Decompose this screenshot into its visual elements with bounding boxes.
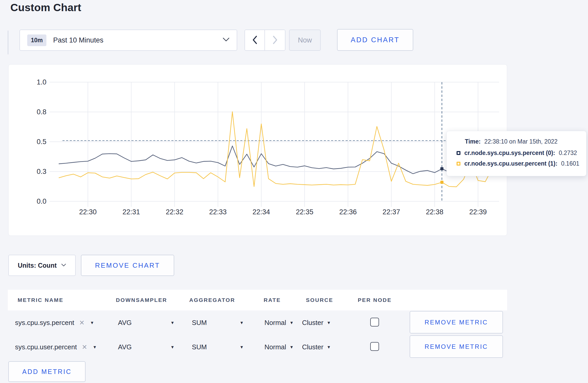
per-node-checkbox[interactable]	[370, 318, 379, 327]
time-range-dropdown[interactable]: 10m Past 10 Minutes	[19, 30, 237, 51]
aggregator-value: SUM	[192, 319, 207, 327]
add-chart-button[interactable]: ADD CHART	[337, 29, 413, 51]
col-header-aggregator: AGGREGATOR	[189, 297, 235, 303]
aggregator-select[interactable]: SUM ▼	[192, 343, 244, 351]
col-header-per-node: PER NODE	[358, 297, 392, 303]
caret-down-icon: ▼	[327, 320, 331, 325]
time-forward-button[interactable]	[265, 30, 285, 50]
tooltip-time-label: Time:	[465, 138, 481, 145]
hover-point-cr.node.sys.cpu.user.percent	[440, 181, 443, 184]
rate-select[interactable]: Normal ▼	[264, 343, 294, 351]
tooltip-series-value: 0.2732	[559, 150, 577, 157]
sys-series-swatch-icon	[457, 151, 460, 155]
metric-name-dropdown[interactable]: sys.cpu.sys.percent ✕ ▼	[15, 319, 94, 327]
source-select[interactable]: Cluster ▼	[302, 319, 331, 327]
source-value: Cluster	[302, 319, 323, 327]
per-node-checkbox[interactable]	[370, 342, 379, 351]
chevron-down-icon	[61, 263, 66, 268]
tooltip-time: Time:22:38:10 on Mar 15th, 2022	[465, 138, 586, 145]
x-axis-tick-label: 22:37	[383, 208, 400, 216]
metric-name: sys.cpu.user.percent	[15, 343, 77, 351]
tooltip-series-label: cr.node.sys.cpu.sys.percent (0):	[464, 150, 555, 157]
chevron-down-icon	[223, 38, 229, 43]
toolbar-divider	[8, 31, 8, 54]
remove-chart-button[interactable]: REMOVE CHART	[81, 255, 174, 276]
y-axis-tick-label: 0.5	[37, 138, 46, 146]
caret-down-icon: ▼	[290, 345, 294, 349]
rate-value: Normal	[264, 319, 286, 327]
chart-tooltip: Time:22:38:10 on Mar 15th, 2022 cr.node.…	[446, 131, 586, 176]
y-axis-tick-label: 0.8	[37, 108, 46, 116]
x-axis-tick-label: 22:36	[339, 208, 357, 216]
chart-card: 0.00.30.50.81.022:3022:3122:3222:3322:34…	[8, 64, 507, 236]
metrics-table: METRIC NAME DOWNSAMPLER AGGREGATOR RATE …	[8, 290, 507, 359]
units-label: Units: Count	[18, 262, 57, 269]
x-axis-tick-label: 22:32	[166, 208, 184, 216]
metric-row: sys.cpu.sys.percent ✕ ▼ AVG ▼ SUM ▼ Norm…	[8, 310, 507, 335]
caret-down-icon: ▼	[93, 345, 97, 349]
metric-name: sys.cpu.sys.percent	[15, 319, 74, 327]
units-dropdown[interactable]: Units: Count	[8, 255, 76, 276]
metric-name-dropdown[interactable]: sys.cpu.user.percent ✕ ▼	[15, 343, 97, 351]
x-icon[interactable]: ✕	[82, 343, 87, 351]
x-axis-tick-label: 22:38	[426, 208, 444, 216]
x-axis-tick-label: 22:39	[469, 208, 487, 216]
rate-select[interactable]: Normal ▼	[264, 319, 294, 327]
y-axis-tick-label: 0.3	[37, 168, 46, 175]
page-title: Custom Chart	[10, 2, 81, 14]
y-axis-tick-label: 1.0	[37, 78, 46, 86]
hover-point-cr.node.sys.cpu.sys.percent	[440, 167, 443, 170]
source-select[interactable]: Cluster ▼	[302, 343, 331, 351]
time-range-badge: 10m	[27, 34, 46, 46]
cpu-percent-line-chart[interactable]: 0.00.30.50.81.022:3022:3122:3222:3322:34…	[9, 65, 507, 236]
x-axis-tick-label: 22:31	[122, 208, 140, 216]
col-header-metric-name: METRIC NAME	[18, 297, 64, 303]
downsampler-select[interactable]: AVG ▼	[118, 319, 174, 327]
tooltip-series-value: 0.1601	[561, 160, 579, 167]
now-button[interactable]: Now	[289, 30, 321, 51]
col-header-rate: RATE	[264, 297, 281, 303]
remove-metric-button[interactable]: REMOVE METRIC	[410, 311, 503, 334]
col-header-downsampler: DOWNSAMPLER	[116, 297, 167, 303]
caret-down-icon: ▼	[290, 320, 294, 325]
caret-down-icon: ▼	[90, 320, 94, 325]
series-line-cr.node.sys.cpu.user.percent	[59, 112, 493, 187]
tooltip-series-label: cr.node.sys.cpu.user.percent (1):	[464, 160, 557, 167]
series-line-cr.node.sys.cpu.sys.percent	[59, 146, 493, 174]
user-series-swatch-icon	[457, 162, 460, 166]
x-icon[interactable]: ✕	[79, 319, 85, 327]
time-range-label: Past 10 Minutes	[53, 36, 103, 44]
custom-chart-page: Custom Chart 10m Past 10 Minutes Now ADD…	[0, 0, 588, 383]
downsampler-select[interactable]: AVG ▼	[118, 343, 174, 351]
metric-row: sys.cpu.user.percent ✕ ▼ AVG ▼ SUM ▼ Nor…	[8, 335, 507, 359]
caret-down-icon: ▼	[327, 345, 331, 349]
time-back-button[interactable]	[245, 30, 265, 50]
time-pager	[244, 30, 285, 51]
caret-down-icon: ▼	[170, 320, 174, 325]
col-header-source: SOURCE	[306, 297, 333, 303]
add-metric-button[interactable]: ADD METRIC	[8, 361, 86, 382]
x-axis-tick-label: 22:33	[209, 208, 227, 216]
tooltip-series-row: cr.node.sys.cpu.user.percent (1): 0.1601	[457, 160, 586, 167]
metrics-table-header: METRIC NAME DOWNSAMPLER AGGREGATOR RATE …	[8, 290, 507, 310]
y-axis-tick-label: 0.0	[37, 197, 46, 205]
source-value: Cluster	[302, 343, 323, 351]
remove-metric-button[interactable]: REMOVE METRIC	[410, 335, 503, 358]
caret-down-icon: ▼	[240, 345, 244, 349]
chevron-left-icon	[252, 36, 257, 45]
tooltip-time-value: 22:38:10 on Mar 15th, 2022	[484, 138, 558, 145]
chevron-right-icon	[272, 36, 278, 45]
downsampler-value: AVG	[118, 343, 132, 351]
caret-down-icon: ▼	[170, 345, 174, 349]
x-axis-tick-label: 22:34	[253, 208, 270, 216]
x-axis-tick-label: 22:35	[296, 208, 313, 216]
rate-value: Normal	[264, 343, 286, 351]
x-axis-tick-label: 22:30	[79, 208, 97, 216]
caret-down-icon: ▼	[240, 320, 244, 325]
aggregator-value: SUM	[192, 343, 207, 351]
downsampler-value: AVG	[118, 319, 132, 327]
aggregator-select[interactable]: SUM ▼	[192, 319, 244, 327]
tooltip-series-row: cr.node.sys.cpu.sys.percent (0): 0.2732	[457, 150, 586, 157]
